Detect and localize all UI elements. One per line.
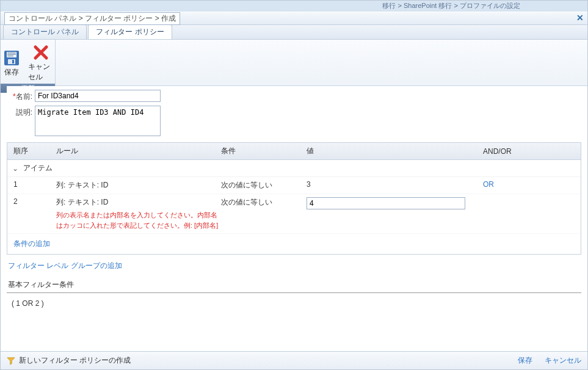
- grid-header: 順序 ルール 条件 値 AND/OR: [7, 143, 581, 160]
- tab-control-panel[interactable]: コントロール パネル: [3, 24, 87, 39]
- breadcrumb-bar: コントロール パネル > フィルター ポリシー > 作成 ✕: [1, 12, 587, 25]
- filter-icon: [7, 357, 15, 365]
- chevron-down-icon[interactable]: ⌄: [7, 164, 23, 173]
- segment-label: アイテム: [23, 163, 53, 173]
- app-window: 移行 > SharePoint 移行 > プロファイルの設定 コントロール パネ…: [0, 0, 588, 370]
- tab-strip: コントロール パネル フィルター ポリシー: [1, 25, 587, 40]
- breadcrumb: コントロール パネル > フィルター ポリシー > 作成: [4, 12, 180, 25]
- footer-bar: 新しいフィルター ポリシーの作成 保存 キャンセル: [1, 351, 587, 369]
- svg-rect-6: [12, 60, 14, 63]
- save-button[interactable]: 保存: [1, 48, 23, 79]
- col-header-andor: AND/OR: [483, 147, 581, 156]
- save-button-label: 保存: [4, 67, 19, 78]
- col-header-cond: 条件: [221, 146, 307, 156]
- svg-rect-3: [7, 54, 16, 54]
- add-condition-link[interactable]: 条件の追加: [13, 239, 50, 248]
- col-header-order: 順序: [7, 146, 56, 156]
- cell-order: 2: [7, 197, 56, 206]
- value-field[interactable]: [307, 197, 465, 209]
- add-filter-group-link[interactable]: フィルター レベル グループの追加: [8, 261, 122, 270]
- table-row: 2列: テキスト: ID列の表示名または内部名を入力してください。内部名はカッコ…: [7, 194, 581, 234]
- desc-label: 説明:: [7, 106, 32, 118]
- footer-save-link[interactable]: 保存: [518, 355, 532, 366]
- svg-rect-2: [7, 53, 16, 53]
- basic-filter-title: 基本フィルター条件: [8, 280, 581, 290]
- cancel-button[interactable]: キャンセル: [26, 42, 55, 84]
- value-text: 3: [307, 180, 311, 189]
- top-banner: 移行 > SharePoint 移行 > プロファイルの設定: [1, 1, 587, 12]
- banner-breadcrumb: 移行 > SharePoint 移行 > プロファイルの設定: [382, 1, 520, 10]
- cell-cond: 次の値に等しい: [221, 180, 307, 190]
- cell-rule: 列: テキスト: ID: [56, 180, 221, 190]
- name-label: *名前:: [7, 90, 32, 102]
- svg-rect-5: [8, 59, 15, 64]
- content-area: *名前: 説明: Migrate Item ID3 AND ID4 順序 ルール…: [7, 86, 581, 350]
- footer-cancel-link[interactable]: キャンセル: [545, 355, 581, 366]
- cell-value: [307, 197, 483, 209]
- save-icon: [2, 49, 21, 67]
- ribbon-group-update: 保存 キャンセル 更新: [1, 40, 56, 85]
- close-icon[interactable]: ✕: [576, 13, 584, 22]
- desc-field[interactable]: Migrate Item ID3 AND ID4: [35, 106, 161, 136]
- cell-cond: 次の値に等しい: [221, 197, 307, 208]
- col-header-rule: ルール: [56, 146, 221, 156]
- footer-create-label: 新しいフィルター ポリシーの作成: [19, 355, 131, 366]
- rules-grid: 順序 ルール 条件 値 AND/OR ⌄ アイテム 1列: テキスト: ID次の…: [7, 142, 581, 255]
- cell-rule: 列: テキスト: ID列の表示名または内部名を入力してください。内部名はカッコに…: [56, 197, 221, 230]
- col-header-value: 値: [307, 146, 483, 156]
- cell-andor[interactable]: OR: [483, 180, 581, 189]
- grid-segment[interactable]: ⌄ アイテム: [7, 160, 581, 177]
- rule-hint: 列の表示名または内部名を入力してください。内部名はカッコに入れた形で表記してくだ…: [56, 210, 221, 230]
- name-field[interactable]: [35, 90, 161, 102]
- ribbon: 保存 キャンセル 更新: [1, 40, 587, 86]
- separator: [7, 292, 581, 293]
- tab-filter-policy[interactable]: フィルター ポリシー: [88, 24, 172, 39]
- cancel-icon: [32, 43, 50, 62]
- table-row: 1列: テキスト: ID次の値に等しい3OR: [7, 177, 581, 194]
- svg-rect-4: [7, 56, 13, 56]
- cell-order: 1: [7, 180, 56, 189]
- filter-expression: ( 1 OR 2 ): [12, 299, 581, 308]
- cell-value: 3: [307, 180, 483, 189]
- cancel-button-label: キャンセル: [28, 62, 53, 82]
